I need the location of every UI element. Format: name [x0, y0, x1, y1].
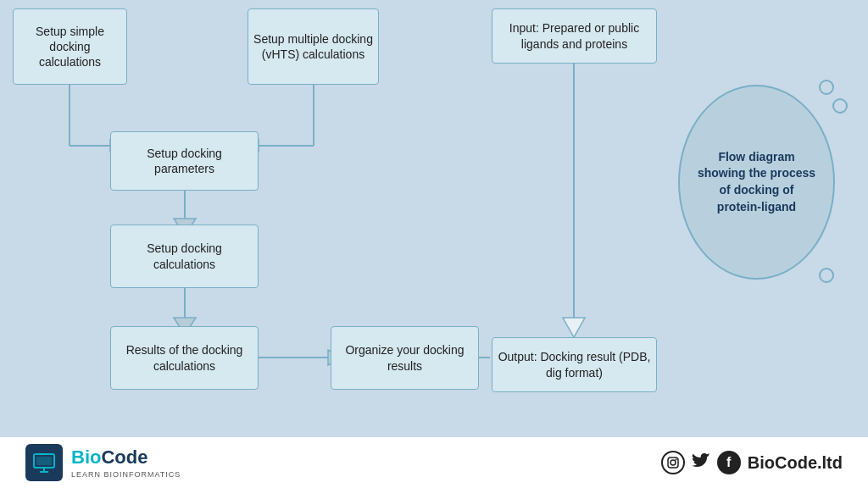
footer: BioCode LEARN BIOINFORMATICS: [0, 437, 868, 488]
simple-docking-box: Setup simple docking calculations: [13, 8, 127, 85]
facebook-icon: f: [717, 451, 741, 474]
svg-rect-18: [36, 457, 52, 465]
input-box: Input: Prepared or public ligands and pr…: [492, 8, 657, 64]
oval-circle-bottom: [819, 268, 834, 283]
output-box: Output: Docking result (PDB, dig format): [492, 337, 657, 392]
logo-brand: BioCode: [71, 446, 181, 469]
diagram-area: Setup simple docking calculations Setup …: [0, 0, 868, 488]
calculations-box: Setup docking calculations: [110, 225, 259, 288]
twitter-icon: [692, 453, 710, 472]
multiple-docking-box: Setup multiple docking (vHTS) calculatio…: [248, 8, 379, 85]
oval-circle-top: [819, 80, 834, 95]
logo-subtitle: LEARN BIOINFORMATICS: [71, 470, 181, 479]
logo-text-area: BioCode LEARN BIOINFORMATICS: [71, 446, 181, 479]
logo-area: BioCode LEARN BIOINFORMATICS: [25, 444, 181, 481]
svg-marker-14: [563, 318, 585, 337]
social-area: f BioCode.ltd: [661, 451, 843, 474]
svg-point-21: [675, 459, 676, 461]
logo-icon: [25, 444, 63, 481]
instagram-icon: [661, 451, 685, 474]
results-box: Results of the docking calculations: [110, 326, 259, 390]
oval-diagram: Flow diagram showing the process of dock…: [678, 85, 835, 280]
monitor-icon: [31, 450, 57, 475]
svg-point-20: [670, 460, 676, 465]
organize-box: Organize your docking results: [331, 326, 479, 390]
parameters-box: Setup docking parameters: [110, 131, 259, 191]
oval-circle-mid: [832, 98, 848, 114]
social-handle: BioCode.ltd: [748, 453, 843, 473]
